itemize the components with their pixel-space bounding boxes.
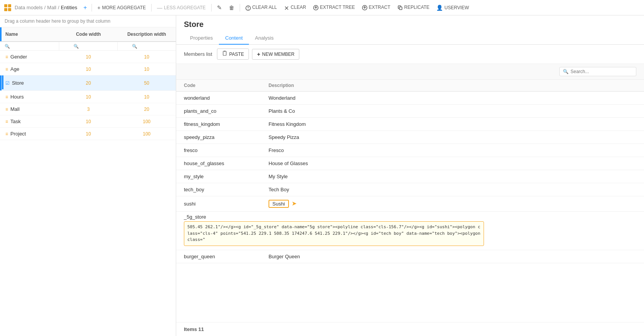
clear-all-label: CLEAR ALL — [252, 5, 277, 10]
entity-name-gender: ≡ Gender — [2, 51, 59, 63]
entity-desc-task: 100 — [118, 116, 176, 127]
member-row-plants[interactable]: plants_and_co Plants & Co — [176, 105, 644, 118]
tab-analysis[interactable]: Analysis — [249, 32, 280, 45]
new-member-button[interactable]: + NEW MEMBER — [252, 49, 299, 60]
breadcrumb-sep2: / — [58, 5, 59, 10]
search-code-input[interactable] — [80, 43, 103, 49]
entity-code-gender: 10 — [59, 51, 118, 63]
entity-code-store: 20 — [59, 77, 118, 89]
col-code-label: Code width — [76, 32, 101, 37]
userview-button[interactable]: 👤 USERVIEW — [433, 3, 472, 12]
extract-tree-label: EXTRACT TREE — [320, 5, 355, 10]
paste-label: PASTE — [229, 52, 244, 57]
search-name-icon: 🔍 — [5, 44, 10, 49]
clear-label: CLEAR — [291, 5, 306, 10]
member-row-speedy-pizza[interactable]: speedy_pizza Speedy Pizza — [176, 131, 644, 144]
entity-row-store[interactable]: ☑ Store 20 50 — [0, 75, 176, 91]
member-row-tech-boy[interactable]: tech_boy Tech Boy — [176, 183, 644, 196]
member-code: fresco — [184, 147, 269, 153]
member-code: fitness_kingdom — [184, 121, 269, 127]
search-name-cell: 🔍 — [2, 42, 59, 50]
clear-all-button[interactable]: CLEAR ALL — [242, 3, 280, 12]
member-code: tech_boy — [184, 187, 269, 192]
search-desc-icon: 🔍 — [132, 44, 137, 49]
replicate-button[interactable]: REPLICATE — [394, 3, 433, 12]
userview-label: USERVIEW — [444, 5, 469, 10]
svg-rect-1 — [8, 4, 11, 7]
hamburger-icon: ≡ — [5, 67, 8, 72]
entity-row[interactable]: ≡ Age 10 10 — [0, 63, 176, 75]
entity-name-text: Mall — [10, 106, 20, 112]
search-name-input[interactable] — [12, 43, 35, 49]
more-aggregate-label: MORE AGGREGATE — [102, 5, 146, 10]
mt-header: Code Description — [176, 80, 644, 92]
member-search-input[interactable] — [571, 69, 633, 74]
extract-button[interactable]: EXTRACT — [359, 3, 394, 12]
paste-button[interactable]: PASTE — [217, 48, 249, 60]
entity-desc-hours: 10 — [118, 91, 176, 103]
hamburger-icon: ≡ — [5, 131, 8, 137]
minus-icon: — — [157, 5, 162, 11]
edit-icon: ✎ — [217, 4, 222, 11]
svg-rect-10 — [399, 7, 402, 10]
breadcrumb-data-models[interactable]: Data models — [15, 5, 43, 10]
toolbar-divider-1 — [92, 4, 92, 12]
member-code: my_style — [184, 174, 269, 179]
arrow-icon: ➤ — [292, 200, 297, 207]
entity-code-mall: 3 — [59, 104, 118, 115]
entity-desc-store: 50 — [118, 77, 176, 89]
entity-row[interactable]: ≡ Gender 10 10 — [0, 51, 176, 63]
breadcrumb-mall[interactable]: Mall — [47, 5, 57, 10]
member-row-burger-queen[interactable]: burger_queen Burger Queen — [176, 250, 644, 263]
tab-content[interactable]: Content — [219, 32, 249, 45]
member-desc: Tech Boy — [269, 187, 636, 192]
entity-name-text: Task — [10, 119, 21, 124]
svg-rect-2 — [4, 8, 7, 11]
member-row-5g-store[interactable]: _5g_store 505.45 262.1"/></g><g id="_5g_… — [176, 212, 644, 250]
col-name-label: Name — [5, 32, 18, 37]
members-table: Code Description wonderland Wonderland p… — [176, 80, 644, 322]
panel-title: Store — [184, 20, 636, 29]
member-desc: Plants & Co — [269, 108, 636, 114]
hamburger-icon: ≡ — [5, 107, 8, 112]
right-panel: Store Properties Content Analysis Member… — [176, 15, 644, 336]
entity-name-text: Store — [12, 80, 24, 86]
entity-code-task: 10 — [59, 116, 118, 127]
add-icon[interactable]: + — [81, 3, 89, 13]
entity-desc-project: 100 — [118, 128, 176, 140]
member-row-fresco[interactable]: fresco Fresco — [176, 144, 644, 157]
svg-point-6 — [248, 9, 249, 10]
delete-button[interactable]: 🗑 — [226, 3, 237, 12]
search-desc-input[interactable] — [139, 43, 162, 49]
sushi-highlighted-cell: Sushi — [269, 200, 289, 208]
svg-rect-12 — [223, 51, 226, 55]
members-bar: Members list PASTE + NEW MEMBER — [176, 45, 644, 64]
tab-properties[interactable]: Properties — [184, 32, 219, 45]
member-row-fitness[interactable]: fitness_kingdom Fitness Kingdom — [176, 118, 644, 131]
entity-row[interactable]: ≡ Hours 10 10 — [0, 91, 176, 103]
more-aggregate-button[interactable]: + MORE AGGREGATE — [94, 3, 149, 12]
member-row-wonderland[interactable]: wonderland Wonderland — [176, 92, 644, 105]
main-toolbar: Data models / Mall / Entities + + MORE A… — [0, 0, 644, 15]
panel-header: Store Properties Content Analysis — [176, 15, 644, 45]
entity-row[interactable]: ≡ Task 10 100 — [0, 115, 176, 128]
entity-desc-gender: 10 — [118, 51, 176, 63]
entity-name-mall: ≡ Mall — [2, 103, 59, 115]
entity-row[interactable]: ≡ Mall 3 20 — [0, 103, 176, 115]
entity-name-text: Hours — [10, 94, 24, 100]
member-desc: Sushi ➤ — [269, 200, 636, 208]
extract-tree-button[interactable]: EXTRACT TREE — [310, 3, 358, 12]
clear-button[interactable]: CLEAR — [281, 3, 309, 12]
member-row-house-of-glasses[interactable]: house_of_glasses House of Glasses — [176, 157, 644, 170]
left-panel: Drag a column header here to group by th… — [0, 15, 176, 336]
member-desc: Fitness Kingdom — [269, 121, 636, 127]
member-row-my-style[interactable]: my_style My Style — [176, 170, 644, 183]
entity-code-project: 10 — [59, 128, 118, 140]
member-row-sushi[interactable]: sushi Sushi ➤ — [176, 196, 644, 212]
edit-button[interactable]: ✎ — [214, 3, 225, 13]
hamburger-icon: ≡ — [5, 54, 8, 60]
search-bar-row: 🔍 — [176, 64, 644, 80]
less-aggregate-button[interactable]: — LESS AGGREGATE — [154, 3, 209, 12]
toolbar-divider-4 — [240, 4, 240, 12]
entity-row[interactable]: ≡ Project 10 100 — [0, 128, 176, 140]
